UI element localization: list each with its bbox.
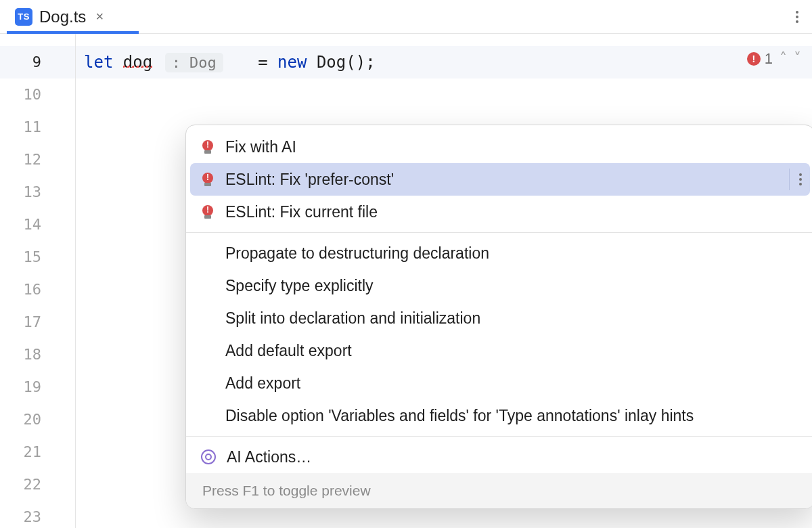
intention-bulb-icon	[201, 173, 215, 186]
ai-spiral-icon	[201, 449, 216, 464]
line-number: 13	[0, 176, 75, 208]
next-error-icon[interactable]: ˅	[794, 50, 801, 68]
quick-fix-label: Add default export	[225, 342, 352, 360]
code-line[interactable]: let dog : Dog = new Dog();	[76, 46, 812, 79]
quick-fix-item[interactable]: Disable option 'Variables and fields' fo…	[186, 399, 812, 432]
type-inlay-hint[interactable]: : Dog	[165, 53, 223, 72]
typescript-file-icon: TS	[15, 8, 32, 26]
keyword-let: let	[84, 53, 113, 72]
more-options-icon[interactable]	[789, 169, 802, 190]
quick-fix-label: ESLint: Fix current file	[225, 203, 378, 221]
line-number: 16	[0, 273, 75, 306]
tab-filename: Dog.ts	[39, 7, 86, 26]
quick-fix-label: ESLint: Fix 'prefer-const'	[225, 171, 394, 189]
error-icon	[747, 52, 761, 66]
quick-fix-item[interactable]: Add default export	[186, 334, 812, 367]
quick-fix-label: AI Actions…	[227, 448, 311, 466]
line-number: 15	[0, 241, 75, 273]
quick-fix-item[interactable]: Propagate to destructuring declaration	[186, 237, 812, 269]
prev-error-icon[interactable]: ˄	[780, 50, 787, 68]
quick-fix-item-selected[interactable]: ESLint: Fix 'prefer-const'	[190, 163, 810, 196]
parens-semi: ();	[346, 53, 375, 72]
line-number: 18	[0, 338, 75, 371]
editor-tab[interactable]: TS Dog.ts ×	[7, 0, 114, 33]
quick-fix-item[interactable]: Split into declaration and initializatio…	[186, 302, 812, 334]
code-area[interactable]: let dog : Dog = new Dog(); 1 ˄ ˅ Fix wit…	[76, 34, 812, 528]
quick-fix-item[interactable]: Add export	[186, 367, 812, 399]
quick-fix-label: Split into declaration and initializatio…	[225, 309, 480, 328]
quick-fix-label: Disable option 'Variables and fields' fo…	[225, 407, 694, 425]
popup-footer-hint: Press F1 to toggle preview	[186, 473, 812, 508]
quick-fix-popup: Fix with AI ESLint: Fix 'prefer-const' E…	[185, 125, 812, 509]
error-count: 1	[765, 50, 773, 68]
ai-actions-item[interactable]: AI Actions…	[186, 441, 812, 473]
line-number: 9	[0, 46, 75, 79]
inspection-widget[interactable]: 1 ˄ ˅	[747, 50, 801, 68]
line-number: 23	[0, 501, 75, 528]
popup-separator	[186, 232, 812, 233]
tab-close-icon[interactable]: ×	[93, 9, 106, 24]
tab-bar-more-icon[interactable]	[789, 11, 805, 23]
line-number: 22	[0, 468, 75, 501]
variable-dog[interactable]: dog	[123, 53, 152, 72]
line-number: 14	[0, 208, 75, 241]
popup-separator	[186, 436, 812, 437]
line-number: 17	[0, 306, 75, 338]
tab-bar: TS Dog.ts ×	[0, 0, 812, 34]
line-number: 10	[0, 79, 75, 111]
line-number: 19	[0, 371, 75, 403]
line-number: 12	[0, 144, 75, 176]
line-number: 11	[0, 111, 75, 144]
keyword-new: new	[277, 53, 307, 72]
intention-bulb-icon	[201, 140, 215, 154]
line-number: 20	[0, 403, 75, 436]
assign-op: =	[229, 53, 277, 72]
quick-fix-item[interactable]: Specify type explicitly	[186, 269, 812, 302]
line-number: 21	[0, 436, 75, 468]
editor: 9 10 11 12 13 14 15 16 17 18 19 20 21 22…	[0, 34, 812, 528]
error-badge[interactable]: 1	[747, 50, 773, 68]
quick-fix-item[interactable]: ESLint: Fix current file	[186, 196, 812, 228]
quick-fix-label: Fix with AI	[225, 138, 296, 156]
quick-fix-label: Specify type explicitly	[225, 277, 374, 295]
quick-fix-item[interactable]: Fix with AI	[186, 131, 812, 163]
quick-fix-label: Add export	[225, 374, 300, 393]
intention-bulb-icon	[201, 205, 215, 219]
quick-fix-label: Propagate to destructuring declaration	[225, 244, 489, 263]
gutter: 9 10 11 12 13 14 15 16 17 18 19 20 21 22…	[0, 34, 76, 528]
class-name: Dog	[307, 53, 346, 72]
